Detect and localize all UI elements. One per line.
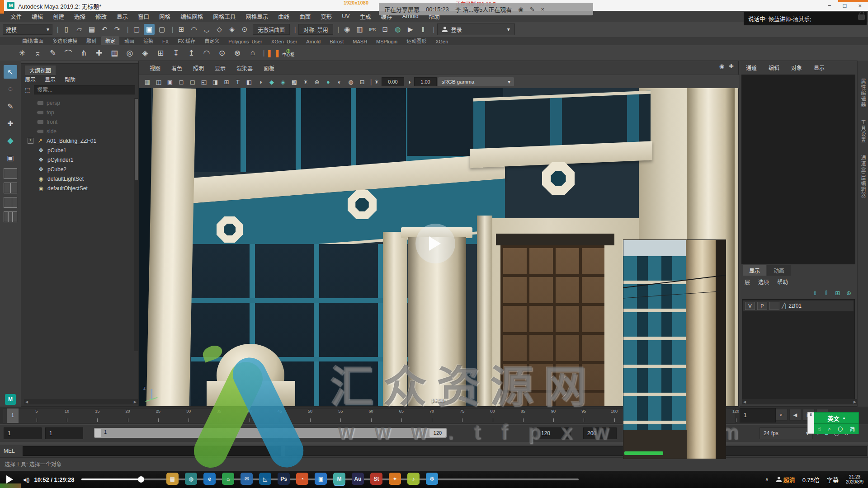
shelf-tab-XGen[interactable]: XGen [431, 38, 452, 45]
menu-item-创建[interactable]: 创建 [48, 12, 69, 21]
gamma-icon[interactable]: ◑ [406, 77, 413, 87]
ime-icon[interactable]: ☝ [818, 426, 821, 432]
outliner-item-A01_Bulding_ZZF01[interactable]: +↗A01_Bulding_ZZF01 [21, 136, 135, 145]
exposure-field[interactable]: 0.00 [382, 77, 404, 86]
new-empty-layer-icon[interactable]: ⊞ [835, 290, 840, 296]
layer-editor-menu-选项[interactable]: 选项 [758, 278, 769, 286]
command-input[interactable] [23, 446, 281, 456]
menu-item-曲面[interactable]: 曲面 [294, 12, 316, 21]
folder-icon[interactable]: ▤ [166, 473, 179, 485]
snap-curve-icon[interactable]: ◠ [189, 24, 199, 35]
sidebar-tab-工具设置[interactable]: 工具设置 [859, 120, 867, 143]
browser-icon[interactable]: ◔ [296, 473, 308, 485]
bookmark-icon[interactable]: ✚ [729, 63, 734, 70]
unbind-icon[interactable]: ◎ [123, 47, 137, 58]
maya-taskbar-icon[interactable]: M [333, 473, 345, 485]
motion-blur-icon[interactable]: ◐ [335, 77, 344, 87]
select-hierarchy-icon[interactable]: ▢ [131, 24, 142, 35]
playback-end-field[interactable]: 120 [537, 427, 571, 439]
filter-icon[interactable]: ⬚ [24, 84, 31, 95]
shelf-tab-MSPlugin[interactable]: MSPlugin [372, 38, 401, 45]
render-view-icon[interactable]: ◉ [342, 24, 353, 35]
shelf-tab-多边形建模[interactable]: 多边形建模 [48, 36, 81, 45]
range-slider-right-handle[interactable]: 120 [429, 429, 446, 437]
close-button[interactable]: × [858, 2, 862, 9]
step-back-frame-icon[interactable]: ◀ [789, 409, 801, 421]
undo-icon[interactable]: ↶ [99, 24, 110, 35]
viewport-menu-着色[interactable]: 着色 [167, 64, 187, 72]
symmetry-field[interactable]: 对称: 禁用 [298, 24, 333, 35]
anim-end-field[interactable]: 200 [583, 427, 617, 439]
speed-button[interactable]: 0.75倍 [802, 475, 820, 484]
resolution-gate-icon[interactable]: ▢ [188, 77, 198, 87]
snap-vp-icon[interactable]: ◈ [226, 24, 237, 35]
spark-icon[interactable]: ✦ [389, 473, 401, 485]
menu-item-文件[interactable]: 文件 [5, 12, 27, 21]
login-button[interactable]: 登录 ▾ [437, 23, 515, 35]
layer-playback-toggle[interactable]: P [757, 302, 767, 310]
layer-movedown-icon[interactable]: ⇩ [824, 290, 829, 296]
launch-render-icon[interactable]: ▶ [405, 24, 416, 35]
exposure-icon[interactable]: ☀ [373, 77, 380, 87]
channel-box-menu-显示[interactable]: 显示 [810, 64, 829, 71]
share-close-button[interactable]: × [541, 6, 545, 13]
viewport-menu-面板[interactable]: 面板 [259, 64, 279, 72]
gamma-field[interactable]: 1.00 [414, 77, 437, 86]
shelf-tab-Bifrost[interactable]: Bifrost [326, 38, 348, 45]
outliner-item-defaultObjectSet[interactable]: ◉defaultObjectSet [21, 183, 135, 193]
pencil-curve-icon[interactable]: ✎ [46, 47, 60, 58]
range-slider[interactable]: 1 120 [94, 428, 447, 438]
store-icon[interactable]: ⌂ [222, 473, 234, 485]
minimize-button[interactable]: − [828, 2, 831, 9]
new-scene-icon[interactable]: ▯ [61, 24, 72, 35]
camera-icon[interactable]: ◉ [518, 6, 523, 13]
hud-icon[interactable]: T [233, 77, 243, 87]
select-object-icon[interactable]: ▣ [144, 24, 155, 35]
shelf-tab-自定义[interactable]: 自定义 [200, 36, 223, 45]
cluster-icon[interactable]: ⊙ [215, 47, 229, 58]
recorder-icon[interactable]: ◍ [185, 473, 197, 485]
command-line-label[interactable]: MEL [4, 448, 19, 454]
menu-item-网格显示[interactable]: 网格显示 [241, 12, 273, 21]
viewport-menu-显示[interactable]: 显示 [210, 64, 230, 72]
shelf-tab-FX[interactable]: FX [158, 38, 173, 45]
gate-mask-icon[interactable]: ◱ [199, 77, 209, 87]
shelf-tab-绑定[interactable]: 绑定 [101, 36, 119, 45]
wire-on-shaded-icon[interactable]: ▩ [289, 77, 299, 87]
move-tool-icon[interactable]: ✚ [4, 117, 17, 130]
sidebar-tab-属性编辑器[interactable]: 属性编辑器 [859, 79, 867, 108]
menu-item-显示[interactable]: 显示 [112, 12, 133, 21]
lock-camera-icon[interactable]: ◫ [154, 77, 164, 87]
expand-chevron-icon[interactable]: ∧ [765, 476, 769, 483]
menu-item-生成[interactable]: 生成 [355, 12, 376, 21]
viewport-menu-渲染器[interactable]: 渲染器 [232, 64, 257, 72]
new-layer-selected-icon[interactable]: ⊕ [846, 290, 851, 296]
field-chart-icon[interactable]: ◨ [210, 77, 220, 87]
locator-icon[interactable]: ✳ [15, 47, 29, 58]
open-scene-icon[interactable]: ▱ [74, 24, 85, 35]
outliner-menu-展示[interactable]: 展示 [25, 75, 36, 83]
quality-button[interactable]: 超清 [776, 475, 795, 484]
ik-handle-icon[interactable]: ✚ [92, 47, 106, 58]
center-pivot-button[interactable]: ⊕ 中心枢 [282, 49, 294, 57]
channel-box-menu-通道[interactable]: 通道 [742, 64, 761, 71]
menu-item-修改[interactable]: 修改 [90, 12, 112, 21]
copy-weights-icon[interactable]: ⊞ [154, 47, 167, 58]
timeline-playhead[interactable]: 1 [7, 408, 19, 423]
menu-set-dropdown[interactable]: 建模▾ [3, 24, 52, 35]
rotate-tool-icon[interactable]: ◆ [4, 134, 17, 147]
make-live-icon[interactable]: ⊙ [239, 24, 250, 35]
menu-item-选择[interactable]: 选择 [69, 12, 90, 21]
player-play-button[interactable] [6, 475, 17, 483]
menu-item-编辑网格[interactable]: 编辑网格 [175, 12, 208, 21]
redo-icon[interactable]: ↷ [112, 24, 123, 35]
xray-icon[interactable]: ⊟ [357, 77, 367, 87]
layer-moveup-icon[interactable]: ⇧ [812, 290, 817, 296]
hypershade-icon[interactable]: ◍ [392, 24, 403, 35]
subtitle-button[interactable]: 字幕 [827, 475, 839, 484]
shaded-icon[interactable]: ◆ [267, 77, 277, 87]
outliner-menu-显示[interactable]: 显示 [45, 75, 56, 83]
layer-name[interactable]: zzf01 [788, 303, 802, 309]
snap-align-icon[interactable]: ❚ ❚ [266, 49, 280, 57]
layout-outliner-persp-button[interactable] [4, 211, 17, 222]
